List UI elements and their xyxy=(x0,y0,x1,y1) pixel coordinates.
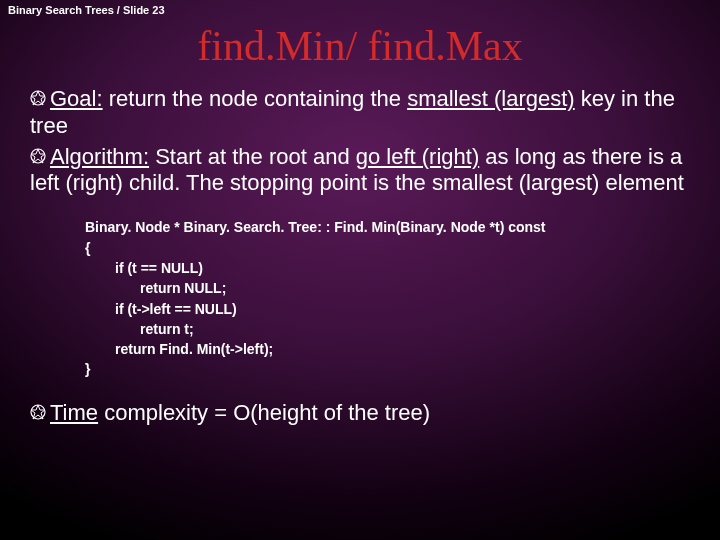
code-line: if (t == NULL) xyxy=(115,258,690,278)
goal-lead: Goal: xyxy=(50,86,103,111)
algo-lead: Algorithm: xyxy=(50,144,149,169)
algo-ul1: go left (right) xyxy=(356,144,480,169)
algo-rest: Start at the root and xyxy=(149,144,356,169)
code-line: return Find. Min(t->left); xyxy=(115,339,690,359)
time-rest: complexity = O(height of the tree) xyxy=(98,400,430,425)
bullet-text: Time complexity = O(height of the tree) xyxy=(50,400,430,425)
code-block: Binary. Node * Binary. Search. Tree: : F… xyxy=(85,217,690,379)
code-line: return t; xyxy=(140,319,690,339)
star-icon xyxy=(30,148,46,164)
slide-content: Goal: return the node containing the sma… xyxy=(30,86,690,431)
star-icon xyxy=(30,404,46,420)
star-icon xyxy=(30,90,46,106)
bullet-time: Time complexity = O(height of the tree) xyxy=(30,400,690,427)
code-line: { xyxy=(85,238,690,258)
slide-header: Binary Search Trees / Slide 23 xyxy=(8,4,165,16)
bullet-goal: Goal: return the node containing the sma… xyxy=(30,86,690,140)
code-line: return NULL; xyxy=(140,278,690,298)
bullet-algorithm: Algorithm: Start at the root and go left… xyxy=(30,144,690,198)
code-line: Binary. Node * Binary. Search. Tree: : F… xyxy=(85,217,690,237)
goal-rest: return the node containing the xyxy=(103,86,408,111)
time-lead: Time xyxy=(50,400,98,425)
slide-title: find.Min/ find.Max xyxy=(0,22,720,70)
bullet-text: Goal: return the node containing the sma… xyxy=(30,86,675,138)
code-line: } xyxy=(85,359,690,379)
slide: Binary Search Trees / Slide 23 find.Min/… xyxy=(0,0,720,540)
code-line: if (t->left == NULL) xyxy=(115,299,690,319)
bullet-text: Algorithm: Start at the root and go left… xyxy=(30,144,684,196)
goal-ul1: smallest (largest) xyxy=(407,86,574,111)
